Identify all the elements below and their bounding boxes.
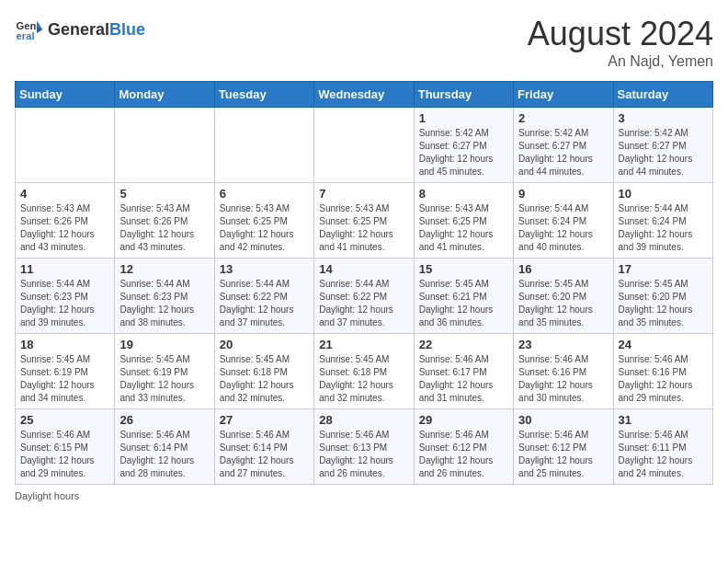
calendar-cell: 27Sunrise: 5:46 AM Sunset: 6:14 PM Dayli… bbox=[214, 409, 313, 485]
day-number: 2 bbox=[518, 111, 608, 125]
day-number: 14 bbox=[319, 262, 408, 276]
calendar-cell: 7Sunrise: 5:43 AM Sunset: 6:25 PM Daylig… bbox=[314, 183, 414, 259]
day-number: 18 bbox=[20, 338, 109, 351]
calendar-cell: 16Sunrise: 5:45 AM Sunset: 6:20 PM Dayli… bbox=[514, 259, 613, 334]
day-info: Sunrise: 5:46 AM Sunset: 6:14 PM Dayligh… bbox=[119, 429, 209, 480]
header-wednesday: Wednesday bbox=[314, 82, 414, 108]
calendar-cell: 13Sunrise: 5:44 AM Sunset: 6:22 PM Dayli… bbox=[214, 259, 313, 334]
header-thursday: Thursday bbox=[414, 82, 513, 108]
day-info: Sunrise: 5:45 AM Sunset: 6:19 PM Dayligh… bbox=[119, 353, 209, 405]
day-number: 20 bbox=[220, 338, 309, 351]
day-number: 30 bbox=[518, 413, 608, 427]
calendar-cell: 10Sunrise: 5:44 AM Sunset: 6:24 PM Dayli… bbox=[613, 183, 712, 259]
calendar-cell: 9Sunrise: 5:44 AM Sunset: 6:24 PM Daylig… bbox=[514, 183, 613, 259]
calendar-cell: 18Sunrise: 5:45 AM Sunset: 6:19 PM Dayli… bbox=[16, 334, 115, 409]
day-number: 7 bbox=[319, 187, 408, 201]
day-info: Sunrise: 5:45 AM Sunset: 6:20 PM Dayligh… bbox=[518, 278, 608, 329]
month-year: August 2024 bbox=[528, 15, 713, 53]
day-info: Sunrise: 5:43 AM Sunset: 6:26 PM Dayligh… bbox=[119, 202, 209, 254]
day-info: Sunrise: 5:43 AM Sunset: 6:25 PM Dayligh… bbox=[220, 202, 309, 254]
day-number: 4 bbox=[20, 187, 109, 201]
calendar-cell: 22Sunrise: 5:46 AM Sunset: 6:17 PM Dayli… bbox=[414, 334, 513, 409]
day-info: Sunrise: 5:46 AM Sunset: 6:17 PM Dayligh… bbox=[419, 353, 508, 405]
day-info: Sunrise: 5:45 AM Sunset: 6:21 PM Dayligh… bbox=[419, 278, 508, 329]
day-info: Sunrise: 5:46 AM Sunset: 6:12 PM Dayligh… bbox=[419, 429, 508, 480]
day-number: 12 bbox=[119, 262, 209, 276]
footer-label: Daylight hours bbox=[15, 490, 79, 501]
header-friday: Friday bbox=[514, 82, 613, 108]
day-info: Sunrise: 5:46 AM Sunset: 6:14 PM Dayligh… bbox=[220, 429, 309, 480]
calendar-table: SundayMondayTuesdayWednesdayThursdayFrid… bbox=[15, 81, 713, 485]
day-number: 5 bbox=[119, 187, 209, 201]
header-sunday: Sunday bbox=[16, 82, 115, 108]
calendar-cell bbox=[115, 108, 214, 183]
calendar-cell: 5Sunrise: 5:43 AM Sunset: 6:26 PM Daylig… bbox=[115, 183, 214, 259]
day-info: Sunrise: 5:44 AM Sunset: 6:23 PM Dayligh… bbox=[20, 278, 109, 329]
calendar-cell: 4Sunrise: 5:43 AM Sunset: 6:26 PM Daylig… bbox=[16, 183, 115, 259]
day-number: 26 bbox=[119, 413, 209, 427]
calendar-cell: 15Sunrise: 5:45 AM Sunset: 6:21 PM Dayli… bbox=[414, 259, 513, 334]
day-number: 29 bbox=[419, 413, 508, 427]
day-info: Sunrise: 5:44 AM Sunset: 6:24 PM Dayligh… bbox=[518, 202, 608, 254]
header-row: SundayMondayTuesdayWednesdayThursdayFrid… bbox=[16, 82, 713, 108]
calendar-cell: 28Sunrise: 5:46 AM Sunset: 6:13 PM Dayli… bbox=[314, 409, 414, 485]
day-number: 1 bbox=[419, 111, 508, 125]
page-header: Gen eral GeneralBlue August 2024 An Najd… bbox=[15, 15, 713, 70]
calendar-cell bbox=[314, 108, 414, 183]
header-saturday: Saturday bbox=[613, 82, 712, 108]
week-row-4: 18Sunrise: 5:45 AM Sunset: 6:19 PM Dayli… bbox=[16, 334, 713, 409]
day-number: 25 bbox=[20, 413, 109, 427]
day-info: Sunrise: 5:45 AM Sunset: 6:18 PM Dayligh… bbox=[319, 353, 408, 405]
day-number: 21 bbox=[319, 338, 408, 351]
week-row-5: 25Sunrise: 5:46 AM Sunset: 6:15 PM Dayli… bbox=[16, 409, 713, 485]
day-number: 28 bbox=[319, 413, 408, 427]
week-row-1: 1Sunrise: 5:42 AM Sunset: 6:27 PM Daylig… bbox=[16, 108, 713, 183]
calendar-cell: 17Sunrise: 5:45 AM Sunset: 6:20 PM Dayli… bbox=[613, 259, 712, 334]
logo: Gen eral GeneralBlue bbox=[15, 15, 145, 44]
location: An Najd, Yemen bbox=[528, 53, 713, 70]
calendar-cell bbox=[214, 108, 313, 183]
day-info: Sunrise: 5:46 AM Sunset: 6:13 PM Dayligh… bbox=[319, 429, 408, 480]
day-info: Sunrise: 5:45 AM Sunset: 6:18 PM Dayligh… bbox=[220, 353, 309, 405]
calendar-cell: 23Sunrise: 5:46 AM Sunset: 6:16 PM Dayli… bbox=[514, 334, 613, 409]
calendar-cell: 24Sunrise: 5:46 AM Sunset: 6:16 PM Dayli… bbox=[613, 334, 712, 409]
calendar-cell: 26Sunrise: 5:46 AM Sunset: 6:14 PM Dayli… bbox=[115, 409, 214, 485]
day-number: 11 bbox=[20, 262, 109, 276]
day-info: Sunrise: 5:46 AM Sunset: 6:16 PM Dayligh… bbox=[619, 353, 708, 405]
day-number: 13 bbox=[220, 262, 309, 276]
day-number: 17 bbox=[619, 262, 708, 276]
day-info: Sunrise: 5:44 AM Sunset: 6:22 PM Dayligh… bbox=[319, 278, 408, 329]
week-row-2: 4Sunrise: 5:43 AM Sunset: 6:26 PM Daylig… bbox=[16, 183, 713, 259]
calendar-cell: 20Sunrise: 5:45 AM Sunset: 6:18 PM Dayli… bbox=[214, 334, 313, 409]
day-info: Sunrise: 5:44 AM Sunset: 6:24 PM Dayligh… bbox=[619, 202, 708, 254]
day-info: Sunrise: 5:42 AM Sunset: 6:27 PM Dayligh… bbox=[619, 127, 708, 178]
day-info: Sunrise: 5:46 AM Sunset: 6:11 PM Dayligh… bbox=[619, 429, 708, 480]
calendar-cell: 19Sunrise: 5:45 AM Sunset: 6:19 PM Dayli… bbox=[115, 334, 214, 409]
day-info: Sunrise: 5:45 AM Sunset: 6:20 PM Dayligh… bbox=[619, 278, 708, 329]
calendar-cell: 30Sunrise: 5:46 AM Sunset: 6:12 PM Dayli… bbox=[514, 409, 613, 485]
day-number: 19 bbox=[119, 338, 209, 351]
svg-text:eral: eral bbox=[17, 30, 35, 41]
day-info: Sunrise: 5:43 AM Sunset: 6:26 PM Dayligh… bbox=[20, 202, 109, 254]
calendar-cell: 21Sunrise: 5:45 AM Sunset: 6:18 PM Dayli… bbox=[314, 334, 414, 409]
day-info: Sunrise: 5:43 AM Sunset: 6:25 PM Dayligh… bbox=[419, 202, 508, 254]
calendar-cell: 3Sunrise: 5:42 AM Sunset: 6:27 PM Daylig… bbox=[613, 108, 712, 183]
calendar-cell: 1Sunrise: 5:42 AM Sunset: 6:27 PM Daylig… bbox=[414, 108, 513, 183]
day-number: 24 bbox=[619, 338, 708, 351]
calendar-cell bbox=[16, 108, 115, 183]
header-tuesday: Tuesday bbox=[214, 82, 313, 108]
day-number: 8 bbox=[419, 187, 508, 201]
day-info: Sunrise: 5:43 AM Sunset: 6:25 PM Dayligh… bbox=[319, 202, 408, 254]
footer: Daylight hours bbox=[15, 490, 713, 501]
day-info: Sunrise: 5:46 AM Sunset: 6:16 PM Dayligh… bbox=[518, 353, 608, 405]
logo-icon: Gen eral bbox=[15, 15, 44, 44]
header-monday: Monday bbox=[115, 82, 214, 108]
calendar-cell: 12Sunrise: 5:44 AM Sunset: 6:23 PM Dayli… bbox=[115, 259, 214, 334]
day-info: Sunrise: 5:42 AM Sunset: 6:27 PM Dayligh… bbox=[419, 127, 508, 178]
calendar-cell: 31Sunrise: 5:46 AM Sunset: 6:11 PM Dayli… bbox=[613, 409, 712, 485]
day-info: Sunrise: 5:46 AM Sunset: 6:15 PM Dayligh… bbox=[20, 429, 109, 480]
day-info: Sunrise: 5:46 AM Sunset: 6:12 PM Dayligh… bbox=[518, 429, 608, 480]
day-number: 23 bbox=[518, 338, 608, 351]
day-number: 6 bbox=[220, 187, 309, 201]
svg-text:Gen: Gen bbox=[17, 20, 37, 31]
